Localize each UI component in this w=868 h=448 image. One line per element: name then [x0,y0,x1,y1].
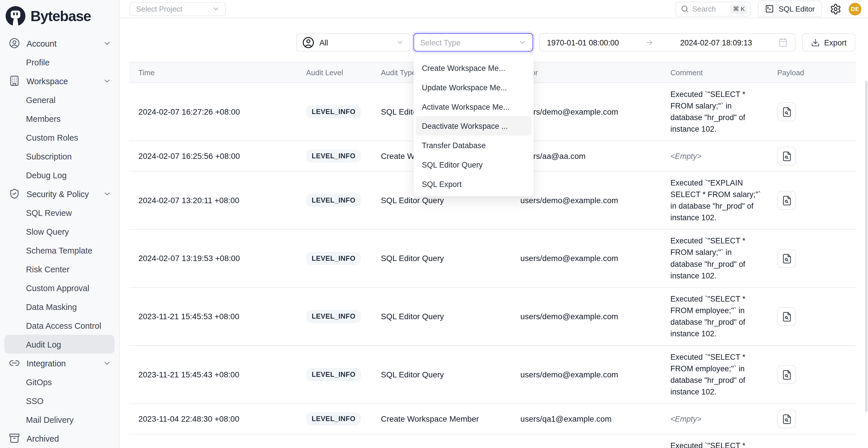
cell-actor: users/demo@example.com [511,190,661,211]
search-placeholder: Search [692,5,716,13]
bytebase-logo[interactable]: Bytebase [0,0,119,32]
search-icon [681,5,689,13]
sidebar-item-mail-delivery[interactable]: Mail Delivery [4,410,114,429]
bytebase-mascot-icon [5,6,26,26]
search-shortcut-kbd: ⌘ K [730,4,748,13]
sidebar-item-members[interactable]: Members [4,109,114,128]
type-dropdown-option-sql-editor-query[interactable]: SQL Editor Query [416,155,532,174]
sidebar-item-sql-review[interactable]: SQL Review [4,203,114,222]
type-filter-dropdown: Create Workspace Me...Update Workspace M… [413,55,534,196]
date-to-value[interactable]: 2024-02-07 18:09:13 [680,38,752,47]
sidebar-item-gitops[interactable]: GitOps [4,373,114,391]
file-search-icon [781,253,792,264]
project-select[interactable]: Select Project [129,2,226,16]
cell-comment: Executed `"SELECT * FROM salary;"` in da… [661,229,768,287]
payload-view-button[interactable] [777,191,796,210]
export-button[interactable]: Export [802,33,855,52]
cell-time: 2024-02-07 16:25:56 +08:00 [129,146,297,166]
terminal-icon [765,4,774,13]
audit-level-badge: LEVEL_INFO [306,252,361,265]
type-dropdown-option-transfer-database[interactable]: Transfer Database [416,135,532,155]
column-header-audit-level: Audit Level [297,68,371,77]
cell-payload [768,404,856,434]
type-dropdown-option-sql-export[interactable]: SQL Export [416,174,532,194]
table-row: 2023-11-04 22:48:30 +08:00LEVEL_INFOCrea… [129,404,856,435]
cell-comment: Executed `"SELECT * FROM employee;"` in … [661,346,768,404]
search-input[interactable]: Search ⌘ K [676,1,751,17]
sidebar-item-audit-log[interactable]: Audit Log [4,335,114,354]
cell-audit-level: LEVEL_INFO [297,100,371,124]
sidebar: Bytebase AccountProfileWorkspaceGeneralM… [0,0,120,448]
cell-audit-level: LEVEL_INFO [297,407,371,431]
table-row: 2023-11-21 15:45:43 +08:00LEVEL_INFOSQL … [129,346,856,404]
type-filter-placeholder: Select Type [420,38,460,47]
sidebar-item-data-masking[interactable]: Data Masking [4,297,114,316]
topbar-right: Search ⌘ K SQL Editor DE [676,1,862,17]
cell-payload [768,301,856,331]
cell-audit-level: LEVEL_INFO [297,246,371,270]
cell-payload [768,186,856,215]
sidebar-item-general[interactable]: General [4,90,114,109]
cell-actor: users/demo@example.com [511,365,661,385]
date-range-picker[interactable]: 1970-01-01 08:00:00 2024-02-07 18:09:13 [539,33,795,52]
column-header-payload: Payload [768,68,856,77]
payload-view-button[interactable] [777,365,796,384]
sidebar-item-subscription[interactable]: Subscription [4,147,114,165]
cell-time: 2024-02-07 16:27:26 +08:00 [129,102,297,122]
sidebar-item-custom-roles[interactable]: Custom Roles [4,128,114,147]
sidebar-item-slow-query[interactable]: Slow Query [4,222,114,241]
sidebar-item-risk-center[interactable]: Risk Center [4,260,114,279]
cell-time: 2023-11-21 15:45:43 +08:00 [129,365,297,385]
payload-view-button[interactable] [777,102,796,121]
sidebar-item-custom-approval[interactable]: Custom Approval [4,279,114,297]
cell-audit-type: SQL Editor Query [371,307,511,326]
sidebar-item-schema-template[interactable]: Schema Template [4,241,114,260]
audit-level-badge: LEVEL_INFO [306,412,361,425]
type-dropdown-option-deactivate-workspace[interactable]: Deactivate Workspace ... [416,116,532,136]
actor-filter-select[interactable]: All [296,33,410,52]
sidebar-item-profile[interactable]: Profile [4,53,114,71]
sql-editor-label: SQL Editor [778,5,815,13]
sidebar-item-debug-log[interactable]: Debug Log [4,165,114,184]
sidebar-item-sso[interactable]: SSO [4,391,114,410]
type-dropdown-option-update-workspace-me[interactable]: Update Workspace Me... [416,77,532,97]
cell-payload [768,360,856,389]
vertical-scrollbar[interactable] [865,81,867,412]
cell-audit-level: LEVEL_INFO [297,188,371,213]
cell-actor: users/demo@example.com [511,248,661,268]
cell-time: 2024-02-07 13:19:53 +08:00 [129,248,297,268]
filter-bar: All Select Type 1970-01-01 08:00:00 2024… [120,33,868,52]
sidebar-section-workspace[interactable]: Workspace [0,71,119,90]
date-from-value[interactable]: 1970-01-01 08:00:00 [547,38,619,47]
table-row: 2024-02-07 13:19:53 +08:00LEVEL_INFOSQL … [129,229,856,288]
cell-audit-type: Create Workspace Member [371,409,511,429]
sidebar-item-data-access-control[interactable]: Data Access Control [4,316,114,335]
sidebar-section-archived[interactable]: Archived [0,429,119,448]
sidebar-section-label: Archived [27,434,59,443]
file-search-icon [781,195,792,205]
sidebar-section-integration[interactable]: Integration [0,354,119,373]
sidebar-section-account[interactable]: Account [0,34,119,53]
chevron-down-icon [103,190,112,198]
payload-view-button[interactable] [777,307,796,326]
settings-gear-icon[interactable] [829,3,841,15]
type-dropdown-option-activate-workspace-me[interactable]: Activate Workspace Me... [416,97,532,116]
column-header-comment: Comment [661,68,768,77]
table-row: 2023-11-04 01:06:34 +08:00LEVEL_INFOSQL … [129,435,856,448]
archive-icon [9,433,20,444]
sidebar-section-security-policy[interactable]: Security & Policy [0,184,119,203]
sql-editor-button[interactable]: SQL Editor [758,1,822,17]
chevron-down-icon [518,38,527,46]
cell-audit-type: SQL Editor Query [371,248,511,268]
payload-view-button[interactable] [777,410,796,428]
file-search-icon [781,106,792,117]
cell-payload [768,244,856,273]
user-avatar[interactable]: DE [848,3,861,15]
type-dropdown-option-create-workspace-me[interactable]: Create Workspace Me... [416,58,532,77]
payload-view-button[interactable] [777,249,796,268]
payload-view-button[interactable] [777,147,796,165]
chevron-down-icon [103,359,112,367]
actor-filter-value: All [319,38,328,47]
type-filter-select[interactable]: Select Type [413,33,533,52]
cell-audit-level: LEVEL_INFO [297,305,371,329]
